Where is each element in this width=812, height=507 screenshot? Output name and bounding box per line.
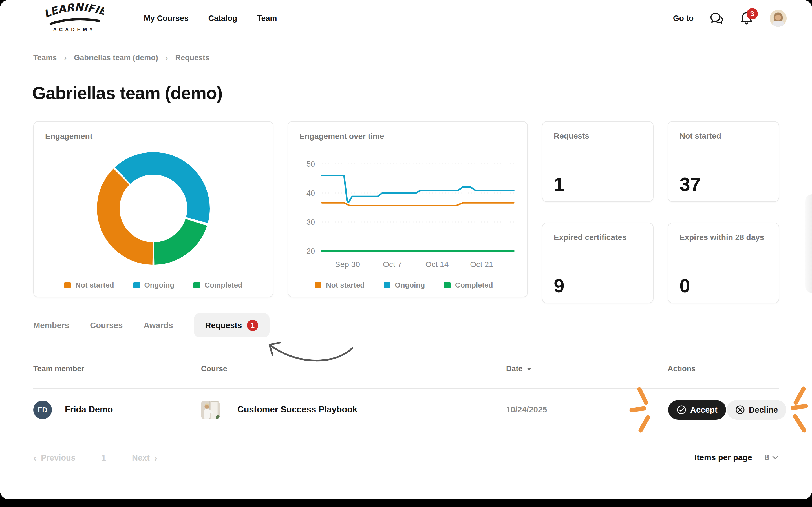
stat-value: 0 (679, 275, 690, 297)
user-avatar[interactable] (770, 10, 786, 27)
stat-label: Expired certificates (554, 232, 643, 243)
legend-ongoing: Ongoing (384, 281, 425, 290)
line-series-ongoing (322, 175, 514, 203)
stat-label: Requests (554, 131, 643, 142)
svg-text:LEARNIFIER: LEARNIFIER (45, 3, 104, 20)
column-header-date[interactable]: Date (506, 364, 532, 373)
table-divider (33, 388, 779, 389)
edge-widget-sliver (805, 194, 812, 293)
legend-swatch-orange (64, 282, 71, 288)
main-nav: My Courses Catalog Team (144, 0, 277, 37)
top-navigation: LEARNIFIER ACADEMY My Courses Catalog Te… (0, 0, 812, 37)
items-per-page-label: Items per page (695, 453, 752, 462)
stat-label: Not started (679, 131, 769, 142)
chevron-right-icon: › (154, 453, 157, 462)
breadcrumb-team[interactable]: Gabriellas team (demo) (74, 54, 158, 62)
legend-swatch-green (444, 282, 451, 288)
breadcrumb-separator: › (165, 54, 168, 62)
engagement-donut-card: Engagement Not started Ongoing Completed (33, 121, 273, 297)
tab-requests[interactable]: Requests 1 (194, 313, 270, 337)
next-page-button[interactable]: Next › (132, 453, 157, 462)
go-to-menu[interactable]: Go to (673, 14, 694, 23)
sort-descending-icon (526, 367, 532, 371)
course-name[interactable]: Customer Success Playbook (238, 404, 357, 414)
y-tick-20: 20 (306, 247, 315, 256)
previous-label: Previous (41, 453, 75, 462)
engagement-over-time-card: Engagement over time 50 40 30 20 Sep 30 … (288, 121, 528, 297)
x-circle-icon (735, 405, 745, 414)
x-tick-sep30: Sep 30 (335, 260, 360, 269)
accept-label: Accept (690, 405, 718, 414)
stat-card-expires-within-28-days: Expires within 28 days 0 (668, 223, 779, 303)
nav-right-cluster: Go to 3 (673, 0, 786, 37)
nav-team[interactable]: Team (257, 14, 277, 23)
nav-catalog[interactable]: Catalog (208, 14, 238, 23)
y-tick-30: 30 (306, 218, 315, 226)
items-per-page-value: 8 (765, 453, 769, 462)
decline-button[interactable]: Decline (727, 400, 786, 420)
legend-swatch-green (193, 282, 200, 288)
breadcrumb-separator: › (64, 54, 67, 62)
chevron-left-icon: ‹ (33, 453, 36, 462)
learnifier-logo-graphic: LEARNIFIER ACADEMY (45, 3, 104, 33)
legend-label: Completed (204, 281, 242, 290)
stat-card-expired-certificates: Expired certificates 9 (542, 223, 654, 303)
donut-card-title: Engagement (45, 132, 93, 141)
donut-legend: Not started Ongoing Completed (34, 281, 273, 290)
member-name[interactable]: Frida Demo (65, 404, 113, 414)
messages-button[interactable] (710, 11, 723, 25)
tab-awards[interactable]: Awards (144, 321, 173, 330)
legend-not-started: Not started (315, 281, 364, 290)
tab-courses[interactable]: Courses (90, 321, 123, 330)
line-chart-legend: Not started Ongoing Completed (288, 281, 493, 290)
course-thumbnail (201, 400, 220, 419)
user-avatar-photo (770, 10, 786, 27)
page-number[interactable]: 1 (101, 453, 106, 462)
member-avatar: FD (33, 400, 52, 419)
decline-label: Decline (749, 405, 778, 414)
tab-members[interactable]: Members (33, 321, 69, 330)
breadcrumb: Teams › Gabriellas team (demo) › Request… (33, 54, 209, 62)
column-header-course: Course (201, 364, 227, 373)
notification-count-badge: 3 (747, 8, 758, 19)
breadcrumb-requests[interactable]: Requests (175, 54, 210, 62)
chat-bubbles-icon (710, 12, 723, 25)
check-circle-icon (677, 405, 686, 414)
nav-my-courses[interactable]: My Courses (144, 14, 189, 23)
brand-name: LEARNIFIER (45, 3, 104, 20)
stat-value: 37 (679, 173, 701, 195)
legend-label: Not started (75, 281, 114, 290)
x-tick-oct21: Oct 21 (470, 260, 493, 269)
chevron-down-icon (772, 455, 779, 460)
request-date: 10/24/2025 (506, 405, 547, 414)
learnifier-logo[interactable]: LEARNIFIER ACADEMY (45, 3, 104, 34)
pagination: ‹ Previous 1 Next › (33, 453, 157, 462)
legend-label: Ongoing (395, 281, 425, 290)
engagement-donut-chart (34, 122, 273, 297)
page-title: Gabriellas team (demo) (32, 83, 222, 103)
legend-swatch-blue (133, 282, 140, 288)
stat-card-requests: Requests 1 (542, 121, 654, 202)
stat-value: 1 (554, 173, 564, 195)
previous-page-button[interactable]: ‹ Previous (33, 453, 75, 462)
legend-label: Completed (455, 281, 493, 290)
stat-label: Expires within 28 days (679, 232, 769, 243)
column-header-team-member: Team member (33, 364, 84, 373)
notifications-button[interactable]: 3 (740, 11, 753, 25)
legend-swatch-orange (315, 282, 321, 288)
brand-subtitle: ACADEMY (53, 27, 95, 33)
next-label: Next (132, 453, 150, 462)
accept-button[interactable]: Accept (668, 400, 726, 420)
y-tick-40: 40 (306, 189, 315, 198)
items-per-page-select[interactable]: 8 (765, 453, 779, 462)
legend-not-started: Not started (64, 281, 114, 290)
column-header-actions: Actions (668, 364, 696, 373)
breadcrumb-teams[interactable]: Teams (33, 54, 57, 62)
line-series-not-started (322, 203, 514, 206)
x-tick-oct14: Oct 14 (425, 260, 449, 269)
y-tick-50: 50 (306, 160, 315, 168)
line-card-title: Engagement over time (299, 132, 384, 141)
engagement-line-chart: 50 40 30 20 Sep 30 Oct 7 Oct 14 Oct 21 (288, 122, 527, 297)
legend-completed: Completed (193, 281, 242, 290)
legend-label: Ongoing (144, 281, 174, 290)
